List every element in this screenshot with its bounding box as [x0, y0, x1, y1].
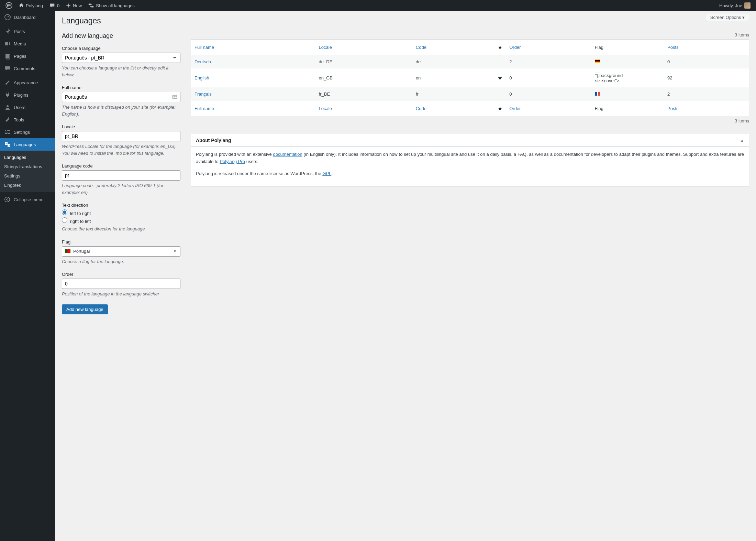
site-name-link[interactable]: Polylang [16, 0, 46, 11]
row-name-link[interactable]: Deutsch [194, 59, 211, 64]
tf-fullname[interactable]: Full name [194, 106, 214, 111]
sidebar-item-label: Users [14, 105, 25, 110]
choose-language-label: Choose a language [62, 46, 180, 51]
star-icon: ★ [498, 75, 502, 81]
sidebar-item-appearance[interactable]: Appearance [0, 76, 55, 89]
svg-text:A: A [5, 142, 7, 144]
sidebar-item-label: Comments [14, 66, 35, 71]
star-icon: ★ [498, 44, 502, 50]
my-account-link[interactable]: Howdy, Joe [716, 0, 753, 11]
fullname-input[interactable] [62, 92, 180, 102]
comments-link[interactable]: 0 [46, 0, 62, 11]
tf-locale[interactable]: Locale [319, 106, 332, 111]
avatar [744, 2, 751, 9]
row-order: 0 [506, 87, 591, 101]
sidebar-item-plugins[interactable]: Plugins [0, 89, 55, 101]
sidebar-item-label: Languages [14, 142, 36, 147]
sidebar-item-comments[interactable]: Comments [0, 62, 55, 75]
sidebar-item-label: Media [14, 41, 26, 46]
pin-icon [4, 28, 11, 35]
svg-text:文: 文 [8, 144, 10, 147]
locale-input[interactable] [62, 131, 180, 141]
sidebar-item-users[interactable]: Users [0, 101, 55, 113]
flag-select[interactable]: Portugal [62, 246, 180, 257]
code-desc: Language code - preferably 2-letters ISO… [62, 182, 180, 196]
choose-language-select[interactable]: Português - pt_BR [62, 53, 180, 63]
screen-options-toggle: Screen Options ▾ [706, 14, 749, 21]
polylang-pro-link[interactable]: Polylang Pro [220, 159, 245, 164]
locale-label: Locale [62, 124, 180, 129]
th-fullname[interactable]: Full name [194, 45, 214, 50]
direction-label: Text direction [62, 203, 180, 208]
submenu-item-languages[interactable]: Languages [0, 153, 55, 162]
row-default [494, 55, 506, 69]
order-input[interactable] [62, 279, 180, 289]
documentation-link[interactable]: documentation [273, 152, 302, 157]
comments-count: 0 [57, 3, 59, 8]
screen-options-button[interactable]: Screen Options ▾ [706, 14, 749, 21]
about-toggle[interactable]: About Polylang ▲ [191, 134, 749, 147]
code-input[interactable] [62, 170, 180, 181]
submenu-item-settings[interactable]: Settings [0, 171, 55, 181]
collapse-arrow-icon [4, 196, 11, 203]
svg-rect-14 [173, 95, 177, 99]
tf-code[interactable]: Code [416, 106, 426, 111]
admin-toolbar: Polylang 0 New Show all languages Howdy,… [0, 0, 756, 11]
row-name-link[interactable]: Français [194, 91, 212, 97]
add-new-language-button[interactable]: Add new language [62, 304, 108, 314]
sidebar-item-languages[interactable]: A文 Languages [0, 138, 55, 151]
collapse-menu-button[interactable]: Collapse menu [0, 194, 55, 205]
translate-icon: A文 [4, 141, 11, 148]
sidebar-item-label: Appearance [14, 80, 38, 85]
ltr-radio[interactable] [62, 209, 67, 215]
new-label: New [73, 3, 82, 8]
user-icon [4, 104, 11, 111]
show-all-languages-link[interactable]: Show all languages [85, 0, 137, 11]
rtl-label[interactable]: right to left [70, 219, 91, 224]
collapse-label: Collapse menu [14, 197, 44, 202]
star-icon: ★ [498, 106, 502, 111]
items-count-top: 3 items [191, 32, 749, 37]
sidebar-item-settings[interactable]: Settings [0, 126, 55, 138]
tf-order[interactable]: Order [509, 106, 521, 111]
svg-rect-1 [89, 4, 91, 6]
wp-logo[interactable] [3, 0, 15, 11]
sidebar-item-media[interactable]: Media [0, 37, 55, 50]
svg-rect-2 [91, 6, 93, 8]
dashboard-icon [4, 14, 11, 21]
row-name-link[interactable]: English [194, 75, 209, 80]
contact-card-icon [172, 94, 178, 100]
row-flag [591, 87, 664, 101]
svg-point-5 [5, 43, 6, 43]
row-order: 0 [506, 68, 591, 87]
rtl-radio[interactable] [62, 217, 67, 223]
sidebar-item-posts[interactable]: Posts [0, 25, 55, 37]
flag-label: Flag [62, 239, 180, 245]
tf-posts[interactable]: Posts [667, 106, 679, 111]
th-code[interactable]: Code [416, 45, 426, 50]
svg-rect-4 [5, 42, 8, 45]
svg-point-13 [5, 197, 10, 202]
th-locale[interactable]: Locale [319, 45, 332, 50]
ltr-label[interactable]: left to right [70, 211, 91, 216]
sidebar-item-label: Settings [14, 130, 30, 135]
th-flag: Flag [591, 40, 664, 55]
row-code: de [412, 55, 494, 69]
new-content-link[interactable]: New [63, 0, 85, 11]
gpl-link[interactable]: GPL [322, 171, 331, 176]
th-order[interactable]: Order [509, 45, 521, 50]
direction-desc: Choose the text direction for the langua… [62, 226, 180, 232]
row-locale: de_DE [315, 55, 412, 69]
sidebar-item-label: Posts [14, 29, 25, 34]
fullname-desc: The name is how it is displayed on your … [62, 104, 180, 117]
submenu-item-strings[interactable]: Strings translations [0, 162, 55, 171]
admin-sidebar: Dashboard Posts Media Pages Comments App… [0, 11, 55, 328]
sidebar-item-dashboard[interactable]: Dashboard [0, 11, 55, 23]
wrench-icon [4, 116, 11, 123]
portugal-flag-icon [65, 249, 70, 253]
row-locale: en_GB [315, 68, 412, 87]
sidebar-item-pages[interactable]: Pages [0, 50, 55, 62]
submenu-item-lingotek[interactable]: Lingotek [0, 181, 55, 190]
th-posts[interactable]: Posts [667, 45, 679, 50]
sidebar-item-tools[interactable]: Tools [0, 113, 55, 126]
